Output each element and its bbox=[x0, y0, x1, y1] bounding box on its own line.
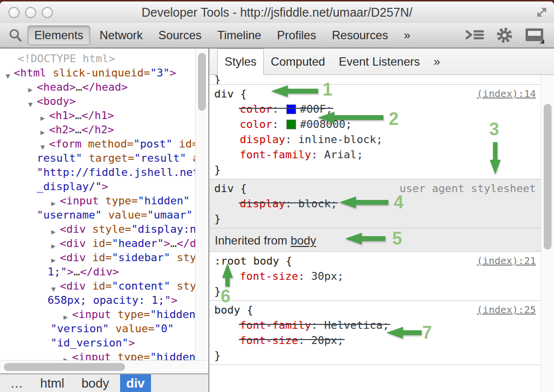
expand-icon[interactable] bbox=[535, 6, 548, 19]
expand-arrow-icon[interactable]: ▶ bbox=[49, 253, 58, 265]
dom-tree-row[interactable]: _display/"> bbox=[0, 179, 195, 194]
css-property-line[interactable]: font-family: Arial; bbox=[209, 147, 541, 162]
toolbar-tab-sources[interactable]: Sources bbox=[152, 26, 208, 45]
dom-tree-row[interactable]: ▶<div id="sidebar" style= bbox=[0, 250, 195, 265]
dom-tree-row[interactable]: ▶<div id="header">…</div> bbox=[0, 236, 195, 250]
scrollbar-thumb[interactable] bbox=[4, 363, 125, 371]
rule-selector: div { bbox=[214, 182, 247, 195]
dom-tree-row[interactable]: ▼<div id="content" style= bbox=[0, 279, 195, 293]
breadcrumb-item-div[interactable]: div bbox=[120, 374, 151, 392]
css-property: font-family: Arial; bbox=[240, 148, 363, 161]
dom-node-text: 658px; opacity: 1;"> bbox=[0, 293, 195, 307]
breadcrumb-item-html[interactable]: html bbox=[34, 374, 71, 392]
expand-arrow-icon[interactable]: ▶ bbox=[38, 125, 48, 137]
stylesheet-source-link[interactable]: (index):25 bbox=[477, 302, 536, 318]
dom-tree-row[interactable]: ▶<h2>…</h2> bbox=[0, 122, 195, 137]
dom-tree-container: <!DOCTYPE html>▼<html slick-uniqueid="3"… bbox=[0, 49, 209, 373]
sidebar-tab-styles[interactable]: Styles bbox=[217, 49, 264, 75]
color-swatch[interactable] bbox=[286, 120, 296, 129]
console-drawer-icon[interactable] bbox=[465, 27, 484, 43]
sidebar-tab-computed[interactable]: Computed bbox=[264, 49, 332, 74]
dom-tree-row[interactable]: ▶<input type="hidden" name= bbox=[0, 194, 195, 208]
style-rule: (index):21:root body {font-size: 30px;} bbox=[209, 252, 541, 301]
dom-tree-row[interactable]: "id_version"> bbox=[0, 336, 195, 350]
collapse-arrow-icon[interactable]: ▼ bbox=[38, 140, 48, 151]
css-property: font-size: 30px; bbox=[240, 270, 344, 282]
dom-tree-horizontal-scrollbar[interactable] bbox=[0, 360, 208, 373]
css-property-line[interactable]: color: #008000; bbox=[209, 117, 541, 132]
main-toolbar: ElementsNetworkSourcesTimelineProfilesRe… bbox=[0, 23, 554, 49]
inherited-node-link[interactable]: body bbox=[291, 234, 316, 247]
dom-tree-row[interactable]: ▼<html slick-uniqueid="3"> bbox=[0, 66, 195, 80]
collapse-arrow-icon[interactable]: ▼ bbox=[49, 282, 58, 293]
expand-arrow-icon[interactable]: ▶ bbox=[49, 225, 58, 236]
toolbar-tab-more[interactable]: » bbox=[398, 26, 417, 45]
css-property-line[interactable]: color: #00F; bbox=[209, 101, 541, 117]
dock-side-icon[interactable] bbox=[525, 26, 545, 44]
dom-tree-row[interactable]: "username" value="umaar" bbox=[0, 208, 195, 222]
toolbar-tabs: ElementsNetworkSourcesTimelineProfilesRe… bbox=[27, 25, 417, 45]
expand-arrow-icon[interactable]: ▶ bbox=[38, 111, 48, 122]
dom-node-text: <div id="sidebar" style= bbox=[0, 250, 195, 265]
dom-tree-row[interactable]: 658px; opacity: 1;"> bbox=[0, 293, 195, 307]
dom-tree: <!DOCTYPE html>▼<html slick-uniqueid="3"… bbox=[0, 51, 195, 364]
toolbar-tab-resources[interactable]: Resources bbox=[326, 26, 395, 45]
dom-tree-row[interactable]: ▶<input type="hidden" bbox=[0, 307, 195, 321]
main-split: <!DOCTYPE html>▼<html slick-uniqueid="3"… bbox=[0, 49, 554, 392]
dom-tree-row[interactable]: <!DOCTYPE html> bbox=[0, 51, 195, 66]
dom-node-text: 1;">…</div> bbox=[0, 265, 195, 279]
toolbar-tab-timeline[interactable]: Timeline bbox=[211, 26, 268, 45]
dom-node-text: result" target="result" action= bbox=[0, 151, 195, 165]
dom-tree-row[interactable]: ▶<h1>…</h1> bbox=[0, 108, 195, 122]
close-brace: } bbox=[214, 75, 221, 85]
dom-tree-row[interactable]: ▼<form method="post" id=" bbox=[0, 137, 195, 151]
dom-node-text: "username" value="umaar" bbox=[0, 208, 195, 222]
scrollbar-thumb[interactable] bbox=[544, 104, 552, 249]
style-rule: user agent stylesheetdiv {display: block… bbox=[209, 179, 541, 228]
dom-tree-row[interactable]: result" target="result" action= bbox=[0, 151, 195, 165]
breadcrumb-item-body[interactable]: body bbox=[75, 374, 115, 392]
settings-gear-icon[interactable] bbox=[495, 26, 514, 45]
breadcrumb-item-more[interactable]: … bbox=[4, 374, 29, 392]
collapse-arrow-icon[interactable]: ▼ bbox=[3, 69, 13, 80]
expand-arrow-icon[interactable]: ▶ bbox=[49, 196, 58, 208]
dom-tree-row[interactable]: "http://fiddle.jshell.net bbox=[0, 165, 195, 179]
expand-arrow-icon[interactable]: ▶ bbox=[25, 83, 35, 94]
dom-tree-row[interactable]: ▼<body> bbox=[0, 94, 195, 108]
css-property-line[interactable]: font-family: Helvetica; bbox=[209, 318, 541, 333]
css-property-line[interactable]: font-size: 30px; bbox=[209, 269, 541, 284]
search-icon[interactable] bbox=[8, 28, 23, 43]
expand-arrow-icon[interactable]: ▶ bbox=[61, 310, 71, 321]
toolbar-tab-elements[interactable]: Elements bbox=[27, 25, 90, 45]
dom-tree-row[interactable]: ▶<div style="display:non bbox=[0, 222, 195, 236]
css-property-line[interactable]: display: block; bbox=[209, 196, 541, 211]
expand-arrow-icon[interactable]: ▶ bbox=[49, 239, 58, 250]
css-property-line[interactable]: display: inline-block; bbox=[209, 132, 541, 147]
styles-sidebar: StylesComputedEvent Listeners» }(index):… bbox=[209, 49, 554, 392]
dom-tree-row[interactable]: 1;">…</div> bbox=[0, 265, 195, 279]
toolbar-tab-profiles[interactable]: Profiles bbox=[271, 26, 323, 45]
sidebar-tabbar: StylesComputedEvent Listeners» bbox=[209, 49, 554, 75]
css-property: display: inline-block; bbox=[240, 133, 382, 146]
sidebar-tab-event-listeners[interactable]: Event Listeners bbox=[332, 49, 427, 74]
stylesheet-source-link[interactable]: (index):14 bbox=[477, 86, 536, 101]
styles-vertical-scrollbar[interactable] bbox=[541, 75, 554, 392]
close-brace: } bbox=[209, 162, 541, 177]
stylesheet-source-link[interactable]: (index):21 bbox=[477, 253, 536, 269]
collapse-arrow-icon[interactable]: ▼ bbox=[25, 98, 35, 108]
close-brace: } bbox=[209, 348, 541, 363]
rule-selector-line: (index):14div { bbox=[209, 86, 541, 101]
dom-tree-vertical-scrollbar[interactable] bbox=[195, 49, 208, 360]
dom-tree-row[interactable]: "version" value="0" bbox=[0, 321, 195, 336]
sidebar-tab-more[interactable]: » bbox=[427, 49, 447, 74]
color-swatch[interactable] bbox=[286, 104, 296, 114]
rule-selector: :root body { bbox=[214, 255, 292, 267]
rule-selector-line: (index):25body { bbox=[209, 302, 541, 318]
overridden-property: display: block; bbox=[240, 196, 337, 211]
dom-tree-row[interactable]: ▶<head>…</head> bbox=[0, 80, 195, 94]
toolbar-tab-network[interactable]: Network bbox=[93, 26, 149, 45]
dom-node-text: <div style="display:non bbox=[0, 222, 195, 236]
scrollbar-thumb[interactable] bbox=[198, 53, 206, 111]
overridden-property: font-family: Helvetica; bbox=[240, 318, 389, 333]
css-property-line[interactable]: font-size: 20px; bbox=[209, 333, 541, 348]
